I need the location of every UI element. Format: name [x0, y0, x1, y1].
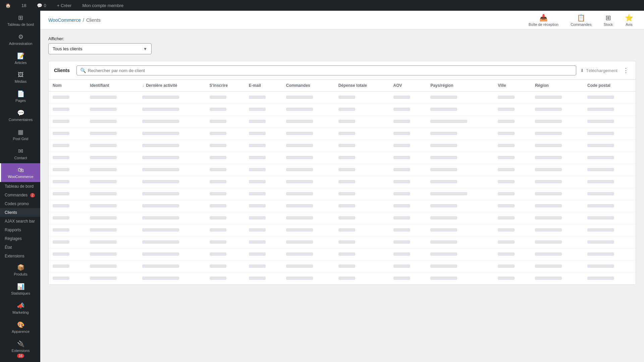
table-row[interactable] [49, 128, 636, 140]
submenu-item-extensions-woo[interactable]: Extensions [0, 252, 40, 260]
col-header-region[interactable]: Région [531, 80, 583, 92]
col-header-aov[interactable]: AOV [389, 80, 427, 92]
sidebar-item-commentaires[interactable]: 💬Commentaires [0, 106, 40, 125]
skeleton-bar [142, 156, 179, 159]
table-row[interactable] [49, 152, 636, 164]
skeleton-bar [142, 277, 179, 280]
col-header-ville[interactable]: Ville [494, 80, 531, 92]
comments-item[interactable]: 💬 0 [34, 0, 49, 11]
cell-8-8 [426, 188, 494, 200]
skeleton-bar [90, 240, 117, 244]
skeleton-bar [210, 240, 226, 244]
skeleton-bar [498, 120, 515, 123]
sidebar-item-post-grid[interactable]: ▦Post Grid [0, 125, 40, 144]
skeleton-bar [142, 144, 179, 147]
skeleton-bar [286, 156, 313, 159]
sidebar-item-articles[interactable]: 📝Articles [0, 49, 40, 68]
top-action-stock[interactable]: ⊞Stock [601, 12, 615, 28]
skeleton-bar [286, 120, 313, 123]
skeleton-bar [587, 96, 614, 99]
filter-select[interactable]: Tous les clients ▼ [48, 43, 152, 54]
tableau-de-bord-icon: ⊞ [18, 14, 23, 21]
table-row[interactable] [49, 92, 636, 104]
breadcrumb-parent[interactable]: WooCommerce [48, 17, 81, 23]
table-row[interactable] [49, 248, 636, 260]
table-row[interactable] [49, 188, 636, 200]
home-link[interactable]: 🏠 [3, 0, 13, 11]
col-header-sinscrire[interactable]: S'inscrire [206, 80, 245, 92]
marketing-icon: 📣 [17, 302, 24, 309]
cell-8-10 [531, 188, 583, 200]
skeleton-bar [142, 216, 179, 220]
sidebar-item-statistiques[interactable]: 📊Statistiques [0, 280, 40, 299]
top-action-boite-reception[interactable]: 📥Boîte de réception [526, 12, 561, 28]
top-actions: 📥Boîte de réception📋Commandes⊞Stock⭐Avis [526, 12, 636, 28]
submenu-item-rapports[interactable]: Rapports [0, 226, 40, 234]
sidebar-item-medias[interactable]: 🖼Médias [0, 68, 40, 87]
sidebar-item-pages[interactable]: 📄Pages [0, 87, 40, 106]
skeleton-bar [587, 156, 614, 159]
col-header-nom[interactable]: Nom [49, 80, 86, 92]
more-options-button[interactable]: ⋮ [622, 67, 630, 74]
col-header-pays-region[interactable]: Pays/région [426, 80, 494, 92]
sidebar-item-woocommerce[interactable]: 🛍WooCommerce [0, 163, 40, 182]
skeleton-bar [393, 132, 410, 135]
sidebar-item-marketing[interactable]: 📣Marketing [0, 299, 40, 318]
submenu-item-commandes[interactable]: Commandes2 [0, 191, 40, 199]
submenu-item-clients[interactable]: Clients [0, 208, 40, 217]
table-row[interactable] [49, 164, 636, 176]
col-header-depense-totale[interactable]: Dépense totale [334, 80, 389, 92]
sidebar-item-tableau-de-bord[interactable]: ⊞Tableau de bord [0, 11, 40, 30]
submenu-item-tableau-de-bord-woo[interactable]: Tableau de bord [0, 182, 40, 191]
sidebar-item-apparence[interactable]: 🎨Apparence [0, 318, 40, 337]
submenu-item-ajax-search-bar[interactable]: AJAX search bar [0, 217, 40, 226]
create-button[interactable]: + Créer [54, 0, 74, 11]
notifications-item[interactable]: 18 [19, 0, 29, 11]
cell-3-0 [49, 128, 86, 140]
search-input[interactable] [88, 68, 573, 73]
col-header-commandes[interactable]: Commandes [282, 80, 334, 92]
account-link[interactable]: Mon compte membre [79, 0, 126, 11]
col-header-identifiant[interactable]: Identifiant [86, 80, 138, 92]
table-row[interactable] [49, 104, 636, 116]
search-box[interactable]: 🔍 [76, 65, 576, 75]
sidebar-item-extensions[interactable]: 🔌Extensions16 [0, 337, 40, 361]
sidebar-label-contact: Contact [14, 156, 27, 160]
top-action-avis[interactable]: ⭐Avis [622, 12, 636, 28]
submenu-item-etat[interactable]: État [0, 243, 40, 252]
table-row[interactable] [49, 140, 636, 152]
table-row[interactable] [49, 273, 636, 285]
table-row[interactable] [49, 200, 636, 212]
top-action-commandes[interactable]: 📋Commandes [568, 12, 594, 28]
skeleton-bar [430, 156, 457, 159]
sidebar-item-contact[interactable]: ✉Contact [0, 144, 40, 163]
sidebar-item-produits[interactable]: 📦Produits [0, 260, 40, 280]
skeleton-bar [53, 216, 69, 220]
col-header-derniere-activite[interactable]: ↓ Dernière activité [138, 80, 206, 92]
notification-count: 18 [21, 3, 26, 8]
table-row[interactable] [49, 176, 636, 188]
cell-8-6 [334, 188, 389, 200]
sort-icon: ↓ [142, 83, 145, 88]
cell-1-11 [583, 104, 636, 116]
produits-icon: 📦 [17, 264, 24, 271]
sidebar-item-administration[interactable]: ⚙Administration [0, 30, 40, 49]
table-row[interactable] [49, 260, 636, 273]
col-header-code-postal[interactable]: Code postal [583, 80, 636, 92]
skeleton-bar [286, 277, 313, 280]
download-button[interactable]: ⬇ Téléchargement [580, 68, 618, 73]
skeleton-bar [210, 277, 226, 280]
submenu-item-codes-promo[interactable]: Codes promo [0, 199, 40, 208]
cell-13-1 [86, 248, 138, 260]
table-row[interactable] [49, 212, 636, 224]
table-row[interactable] [49, 224, 636, 236]
col-header-email[interactable]: E-mail [245, 80, 282, 92]
cell-8-3 [206, 188, 245, 200]
skeleton-bar [53, 204, 69, 207]
cell-8-2 [138, 188, 206, 200]
clients-table: NomIdentifiant↓ Dernière activitéS'inscr… [49, 80, 636, 285]
table-row[interactable] [49, 236, 636, 248]
cell-13-8 [426, 248, 494, 260]
submenu-item-reglages-woo[interactable]: Réglages [0, 234, 40, 243]
table-row[interactable] [49, 116, 636, 128]
